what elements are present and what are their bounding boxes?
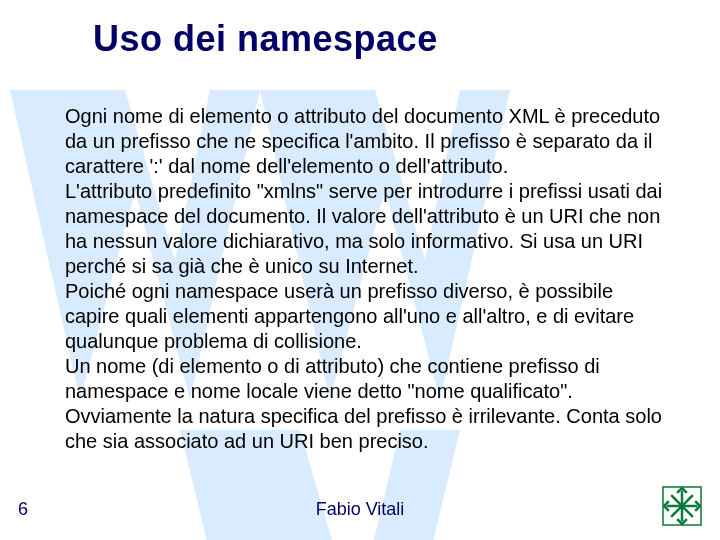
paragraph: Poiché ogni namespace userà un prefisso … xyxy=(65,279,665,354)
slide-body: Ogni nome di elemento o attributo del do… xyxy=(65,104,665,454)
logo-icon xyxy=(662,486,702,526)
slide: Uso dei namespace Ogni nome di elemento … xyxy=(0,0,720,540)
paragraph: Ogni nome di elemento o attributo del do… xyxy=(65,104,665,179)
paragraph: Un nome (di elemento o di attributo) che… xyxy=(65,354,665,454)
paragraph: L'attributo predefinito "xmlns" serve pe… xyxy=(65,179,665,279)
footer-author: Fabio Vitali xyxy=(0,499,720,520)
slide-title: Uso dei namespace xyxy=(93,18,438,60)
